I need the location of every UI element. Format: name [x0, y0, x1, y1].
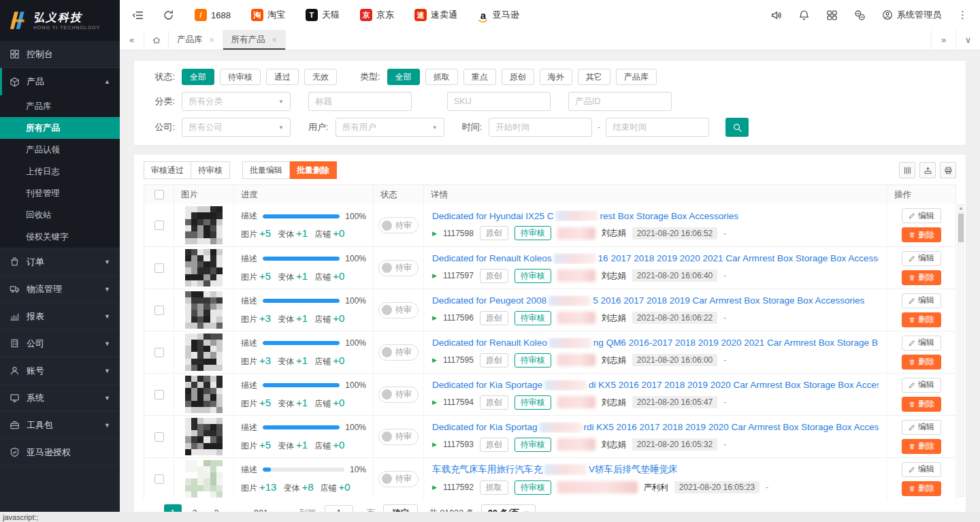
sidebar-item-产品库[interactable]: 产品库: [0, 95, 120, 117]
play-icon[interactable]: ▶: [432, 441, 437, 448]
user-menu[interactable]: 系统管理员: [882, 9, 941, 21]
edit-button[interactable]: 编辑: [902, 293, 941, 308]
type-option-重点[interactable]: 重点: [463, 69, 496, 85]
tabs-collapse-left[interactable]: «: [120, 30, 144, 50]
sidebar-item-产品[interactable]: 产品▲: [0, 68, 120, 95]
product-title-link[interactable]: Dedicated for Kia Sportagrdi KX5 2016 20…: [432, 422, 879, 433]
columns-button[interactable]: [899, 162, 915, 178]
exchange-icon[interactable]: [854, 10, 866, 21]
sidebar-item-系统[interactable]: 系统▼: [0, 385, 120, 412]
tabs-menu-icon[interactable]: ∨: [956, 30, 980, 50]
end-time-input[interactable]: [606, 118, 709, 137]
delete-button[interactable]: 删除: [902, 397, 941, 412]
sidebar-item-所有产品[interactable]: 所有产品: [0, 117, 120, 139]
edit-button[interactable]: 编辑: [902, 336, 941, 350]
category-select[interactable]: 所有分类▼: [182, 92, 291, 111]
row-checkbox[interactable]: [154, 348, 164, 357]
apps-grid-icon[interactable]: [826, 10, 838, 21]
product-image[interactable]: [185, 333, 223, 372]
row-checkbox[interactable]: [154, 221, 164, 230]
sidebar-item-亚马逊授权[interactable]: 亚马逊授权: [0, 439, 120, 466]
play-icon[interactable]: ▶: [432, 399, 437, 406]
platform-link-1688[interactable]: /1688: [195, 9, 231, 21]
approve-button[interactable]: 审核通过: [144, 161, 191, 179]
tab-产品库[interactable]: 产品库×: [169, 30, 223, 50]
sidebar-item-报表[interactable]: 报表▼: [0, 303, 120, 330]
batch-edit-button[interactable]: 批量编辑: [242, 161, 290, 179]
product-image[interactable]: [185, 249, 223, 287]
scroll-up-icon[interactable]: ▲: [959, 205, 964, 212]
sidebar-item-回收站[interactable]: 回收站: [0, 204, 120, 226]
play-icon[interactable]: ▶: [432, 314, 437, 321]
delete-button[interactable]: 删除: [902, 270, 941, 285]
edit-button[interactable]: 编辑: [902, 251, 941, 266]
type-option-产品库[interactable]: 产品库: [616, 69, 657, 85]
notification-bell-icon[interactable]: [798, 10, 810, 21]
delete-button[interactable]: 删除: [902, 439, 941, 454]
user-select[interactable]: 所有用户▼: [336, 118, 444, 137]
row-checkbox[interactable]: [154, 474, 164, 484]
sidebar-item-上传日志[interactable]: 上传日志: [0, 161, 120, 182]
play-icon[interactable]: ▶: [432, 272, 437, 279]
more-menu-icon[interactable]: ⋮: [958, 9, 968, 21]
status-option-待审核[interactable]: 待审核: [220, 69, 261, 85]
refresh-icon[interactable]: [163, 10, 174, 21]
type-option-抓取[interactable]: 抓取: [425, 69, 458, 85]
product-image[interactable]: [185, 418, 223, 456]
status-option-通过[interactable]: 通过: [266, 69, 299, 85]
export-button[interactable]: [919, 162, 936, 178]
edit-button[interactable]: 编辑: [902, 378, 941, 393]
product-title-link[interactable]: Dedicated for Kia Sportagedi KX5 2016 20…: [432, 380, 879, 391]
sidebar-item-侵权关键字[interactable]: 侵权关键字: [0, 226, 120, 248]
type-option-海外[interactable]: 海外: [540, 69, 572, 85]
delete-button[interactable]: 删除: [902, 312, 941, 327]
close-icon[interactable]: ×: [210, 35, 214, 45]
scrollbar-thumb[interactable]: [958, 214, 964, 242]
sidebar-item-公司[interactable]: 公司▼: [0, 330, 120, 357]
status-option-无效[interactable]: 无效: [304, 69, 337, 85]
platform-link-天猫[interactable]: T天猫: [306, 9, 340, 21]
edit-button[interactable]: 编辑: [902, 420, 941, 435]
row-checkbox[interactable]: [154, 306, 164, 315]
batch-delete-button[interactable]: 批量删除: [290, 161, 337, 179]
sidebar-item-物流管理[interactable]: 物流管理▼: [0, 276, 120, 303]
row-checkbox[interactable]: [154, 263, 164, 273]
sidebar-item-订单[interactable]: 订单▼: [0, 248, 120, 276]
row-checkbox[interactable]: [154, 432, 164, 442]
product-title-link[interactable]: Dedicated for Peugeot 20085 2016 2017 20…: [432, 295, 864, 306]
status-option-全部[interactable]: 全部: [182, 69, 214, 85]
edit-button[interactable]: 编辑: [902, 462, 941, 477]
sidebar-toggle-icon[interactable]: [132, 10, 144, 21]
platform-link-亚马逊[interactable]: a亚马逊: [478, 9, 519, 21]
pending-button[interactable]: 待审核: [191, 161, 230, 179]
product-title-link[interactable]: Dedicated for Hyundai IX25 Crest Box Sto…: [432, 210, 738, 221]
row-checkbox[interactable]: [154, 390, 164, 399]
type-option-全部[interactable]: 全部: [387, 69, 420, 85]
product-image[interactable]: [185, 376, 223, 414]
sku-input[interactable]: [447, 92, 551, 111]
type-option-原创[interactable]: 原创: [502, 69, 534, 85]
play-icon[interactable]: ▶: [432, 484, 437, 491]
search-button[interactable]: [725, 118, 749, 137]
tab-所有产品[interactable]: 所有产品×: [223, 30, 286, 50]
product-title-link[interactable]: 车载充气床车用旅行汽车充V轿车后排气垫睡觉床: [432, 463, 678, 476]
tabs-scroll-right[interactable]: »: [931, 30, 956, 50]
product-image[interactable]: [185, 460, 223, 498]
product-id-input[interactable]: [568, 92, 672, 111]
sidebar-item-账号[interactable]: 账号▼: [0, 357, 120, 385]
title-input[interactable]: [308, 92, 412, 111]
product-title-link[interactable]: Dedicated for Renault Koleong QM6 2016-2…: [432, 338, 879, 348]
delete-button[interactable]: 删除: [902, 227, 941, 242]
home-tab[interactable]: [144, 30, 169, 50]
platform-link-京东[interactable]: 京京东: [360, 9, 394, 21]
product-image[interactable]: [185, 291, 223, 329]
sidebar-item-控制台[interactable]: 控制台: [0, 41, 120, 68]
table-scrollbar[interactable]: ▲: [958, 204, 964, 497]
print-button[interactable]: [940, 162, 956, 178]
play-icon[interactable]: ▶: [432, 357, 437, 363]
sidebar-item-工具包[interactable]: 工具包▼: [0, 412, 120, 439]
type-option-其它[interactable]: 其它: [578, 69, 610, 85]
close-icon[interactable]: ×: [272, 35, 277, 45]
play-icon[interactable]: ▶: [432, 230, 437, 237]
announcement-icon[interactable]: [770, 10, 782, 21]
